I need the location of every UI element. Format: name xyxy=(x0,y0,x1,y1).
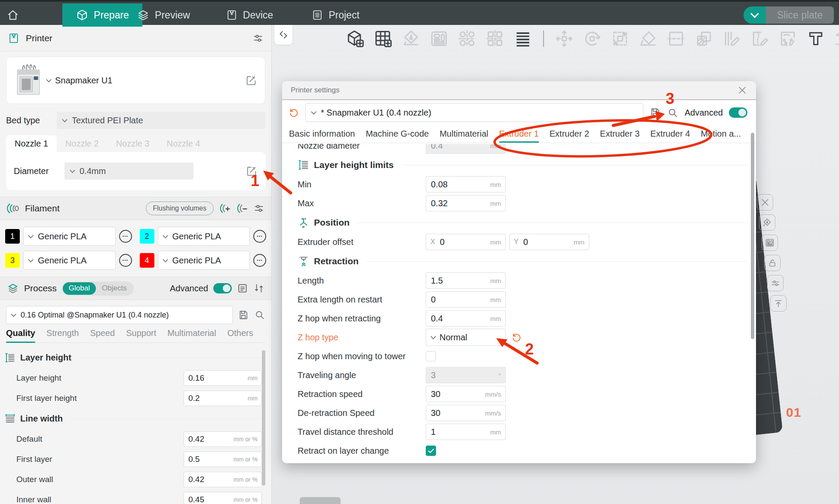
plate-settings-button[interactable] xyxy=(767,275,784,291)
delete-plate-button[interactable] xyxy=(757,194,773,211)
filament-color-chip-3[interactable]: 3 xyxy=(5,253,20,268)
scale-button[interactable] xyxy=(609,27,631,50)
process-tab-speed[interactable]: Speed xyxy=(90,328,115,338)
save-preset-icon[interactable] xyxy=(649,107,661,119)
nozzle-tab-4[interactable]: Nozzle 4 xyxy=(158,135,209,152)
filament-more-button-3[interactable] xyxy=(119,254,132,267)
tab-preview[interactable]: Preview xyxy=(129,3,198,27)
line-width-default-input[interactable]: 0.42mm or % xyxy=(184,431,262,447)
nozzle-tab-3[interactable]: Nozzle 3 xyxy=(108,135,158,152)
collapse-sidebar-button[interactable] xyxy=(274,25,292,45)
add-object-button[interactable] xyxy=(344,27,366,50)
dialog-tab-extruder-2[interactable]: Extruder 2 xyxy=(550,129,589,139)
dialog-tab-extruder-1[interactable]: Extruder 1 xyxy=(499,129,539,139)
plate-arrange-button[interactable] xyxy=(762,235,778,251)
travel-threshold-input[interactable]: 1mm xyxy=(426,424,506,440)
dialog-advanced-toggle[interactable] xyxy=(729,107,747,118)
z-hop-type-select[interactable]: Normal xyxy=(426,329,506,346)
filament-color-chip-4[interactable]: 4 xyxy=(140,253,154,268)
cut-button[interactable] xyxy=(665,27,687,50)
retraction-length-input[interactable]: 1.5mm xyxy=(426,272,506,289)
shape-gallery-button[interactable] xyxy=(833,27,839,50)
process-profile-dropdown[interactable]: 0.16 Optimal @Snapmaker U1 (0.4 nozzle) xyxy=(6,306,233,324)
process-tab-strength[interactable]: Strength xyxy=(46,328,79,338)
nozzle-tab-1[interactable]: Nozzle 1 xyxy=(6,135,57,152)
reset-preset-icon[interactable] xyxy=(288,107,299,118)
retraction-speed-input[interactable]: 30mm/s xyxy=(426,386,506,402)
process-tab-quality[interactable]: Quality xyxy=(6,328,35,338)
parameter-list-icon[interactable] xyxy=(237,283,248,294)
layer-height-input[interactable]: 0.16mm xyxy=(184,370,262,386)
support-paint-button[interactable] xyxy=(721,27,743,50)
z-hop-tower-checkbox[interactable] xyxy=(426,351,436,361)
dialog-tab-motion[interactable]: Motion a... xyxy=(701,129,741,139)
z-hop-input[interactable]: 0.4mm xyxy=(426,310,506,327)
deretraction-speed-input[interactable]: 30mm/s xyxy=(426,405,506,421)
sidebar-scrollbar[interactable] xyxy=(262,350,265,486)
filament-dropdown-1[interactable]: Generic PLA xyxy=(23,227,116,246)
dialog-tab-machine-gcode[interactable]: Machine G-code xyxy=(366,129,429,139)
printer-model-dropdown[interactable]: Snapmaker U1 xyxy=(47,76,112,86)
process-tab-others[interactable]: Others xyxy=(227,328,253,338)
retract-layer-change-checkbox[interactable] xyxy=(426,446,436,456)
objects-list-button[interactable] xyxy=(512,27,534,50)
filament-color-chip-2[interactable]: 2 xyxy=(140,229,154,244)
color-paint-button[interactable] xyxy=(777,27,799,50)
segment-global[interactable]: Global xyxy=(63,282,96,295)
max-layer-height-input[interactable]: 0.32mm xyxy=(426,195,506,211)
slice-plate-button[interactable]: Slice plate xyxy=(766,6,834,24)
auto-orient-button[interactable] xyxy=(400,27,422,50)
fill-bed-button[interactable] xyxy=(456,27,478,50)
filament-dropdown-4[interactable]: Generic PLA xyxy=(158,251,250,270)
save-profile-icon[interactable] xyxy=(238,309,249,321)
lay-on-face-button[interactable] xyxy=(637,27,659,50)
printer-preset-dropdown[interactable]: * Snapmaker U1 (0.4 nozzle) xyxy=(305,103,643,122)
extruder-offset-x-input[interactable]: X0mm xyxy=(426,234,506,250)
edit-nozzle-icon[interactable] xyxy=(246,165,258,177)
line-width-first-layer-input[interactable]: 0.5mm or % xyxy=(184,452,262,467)
filament-dropdown-3[interactable]: Generic PLA xyxy=(23,251,116,270)
search-settings-icon[interactable] xyxy=(667,107,679,119)
filament-more-button-4[interactable] xyxy=(253,254,266,267)
reset-z-hop-type-icon[interactable] xyxy=(511,332,522,343)
bottom-partial-button[interactable] xyxy=(300,497,341,504)
diameter-dropdown[interactable]: 0.4mm xyxy=(65,162,194,180)
flushing-volumes-button[interactable]: Flushing volumes xyxy=(146,202,214,215)
rotate-button[interactable] xyxy=(581,27,603,50)
plate-auto-orient-button[interactable] xyxy=(759,214,775,231)
bed-type-dropdown[interactable]: Textured PEI Plate xyxy=(57,112,265,129)
filament-more-button-2[interactable] xyxy=(253,230,266,243)
home-button[interactable] xyxy=(0,3,26,27)
process-tab-support[interactable]: Support xyxy=(126,328,156,338)
line-width-inner-wall-input[interactable]: 0.45mm or % xyxy=(184,492,262,504)
process-advanced-toggle[interactable] xyxy=(213,283,232,293)
dialog-tab-extruder-4[interactable]: Extruder 4 xyxy=(650,129,690,139)
add-filament-icon[interactable] xyxy=(219,202,231,214)
lift-plate-button[interactable] xyxy=(770,295,787,312)
filament-settings-icon[interactable] xyxy=(253,203,264,214)
segment-objects[interactable]: Objects xyxy=(96,282,133,295)
seam-paint-button[interactable] xyxy=(749,27,771,50)
extra-length-input[interactable]: 0mm xyxy=(426,291,506,308)
dialog-tab-extruder-3[interactable]: Extruder 3 xyxy=(600,129,639,139)
nozzle-tab-2[interactable]: Nozzle 2 xyxy=(57,135,108,152)
slice-options-button[interactable] xyxy=(744,6,766,24)
filament-color-chip-1[interactable]: 1 xyxy=(5,229,20,244)
search-profile-icon[interactable] xyxy=(254,309,265,321)
printer-settings-icon[interactable] xyxy=(252,33,264,44)
compare-presets-icon[interactable] xyxy=(253,283,264,294)
first-layer-height-input[interactable]: 0.2mm xyxy=(184,391,262,406)
add-plate-button[interactable] xyxy=(372,27,394,50)
tab-project[interactable]: Project xyxy=(303,3,368,27)
filament-more-button-1[interactable] xyxy=(119,230,132,243)
dialog-tab-multimaterial[interactable]: Multimaterial xyxy=(439,129,488,139)
process-tab-multimaterial[interactable]: Multimaterial xyxy=(167,328,216,338)
min-layer-height-input[interactable]: 0.08mm xyxy=(426,176,506,192)
lock-plate-button[interactable] xyxy=(764,255,781,271)
text-tool-button[interactable] xyxy=(805,27,827,50)
arrange-button[interactable] xyxy=(428,27,450,50)
dialog-tab-basic-information[interactable]: Basic information xyxy=(289,129,355,139)
clone-button[interactable] xyxy=(693,27,715,50)
filament-dropdown-2[interactable]: Generic PLA xyxy=(158,227,250,246)
line-width-outer-wall-input[interactable]: 0.42mm or % xyxy=(184,472,262,487)
